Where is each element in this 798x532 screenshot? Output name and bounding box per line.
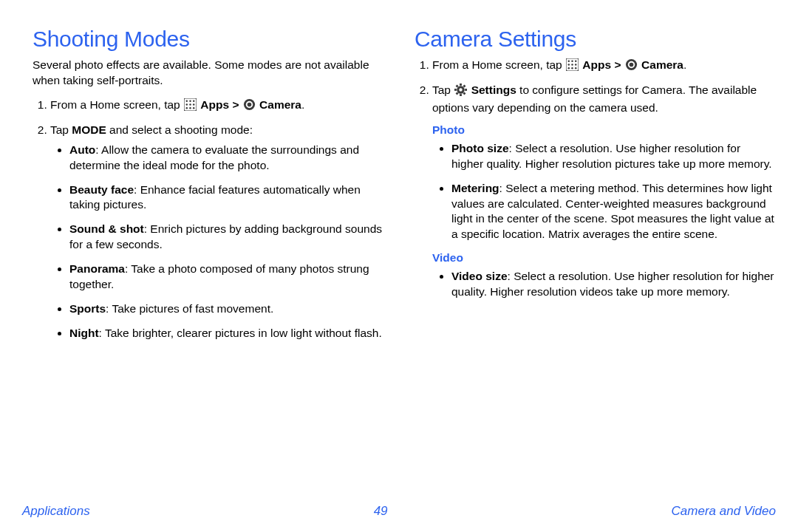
footer-page-number: 49 — [374, 504, 388, 519]
svg-point-1 — [186, 100, 188, 101]
svg-point-7 — [186, 107, 188, 109]
video-sublabel: Video — [432, 251, 774, 265]
svg-point-15 — [571, 61, 573, 62]
svg-point-25 — [629, 63, 633, 67]
left-step-1: From a Home screen, tap Apps > Camera. — [50, 98, 392, 115]
mode-item: Beauty face: Enhance facial features aut… — [69, 183, 392, 214]
svg-point-35 — [460, 88, 463, 91]
page-footer: Applications 49 Camera and Video — [0, 504, 798, 532]
left-column: Shooting Modes Several photo effects are… — [33, 27, 392, 495]
mode-item: Night: Take brighter, clearer pictures i… — [69, 326, 392, 341]
photo-sublabel: Photo — [432, 123, 774, 137]
svg-point-16 — [575, 61, 576, 62]
intro-text: Several photo effects are available. Som… — [33, 58, 392, 89]
svg-point-22 — [575, 67, 576, 69]
svg-point-12 — [247, 103, 251, 107]
svg-point-6 — [193, 103, 194, 105]
heading-camera-settings: Camera Settings — [415, 27, 774, 52]
apps-grid-icon — [184, 98, 197, 115]
mode-item: Sound & shot: Enrich pictures by adding … — [69, 222, 392, 253]
mode-item: Auto: Allow the camera to evaluate the s… — [69, 143, 392, 174]
svg-point-14 — [568, 61, 570, 62]
right-step-1: From a Home screen, tap Apps > Camera. — [432, 58, 774, 75]
apps-grid-icon — [566, 58, 579, 75]
svg-point-2 — [189, 100, 191, 101]
svg-rect-29 — [454, 89, 457, 91]
right-steps: From a Home screen, tap Apps > Camera. T… — [415, 58, 774, 116]
camera-icon — [243, 98, 256, 115]
photo-item: Photo size: Select a resolution. Use hig… — [451, 141, 774, 172]
svg-point-17 — [568, 64, 570, 65]
left-steps: From a Home screen, tap Apps > Camera. T… — [33, 98, 392, 341]
video-item: Video size: Select a resolution. Use hig… — [451, 269, 774, 300]
right-column: Camera Settings From a Home screen, tap … — [415, 27, 774, 495]
svg-rect-27 — [460, 83, 462, 86]
svg-point-20 — [568, 67, 570, 69]
left-step-2: Tap MODE and select a shooting mode: Aut… — [50, 123, 392, 341]
svg-point-19 — [575, 64, 576, 65]
page-body: Shooting Modes Several photo effects are… — [0, 0, 798, 495]
camera-icon — [625, 58, 638, 75]
mode-item: Panorama: Take a photo composed of many … — [69, 262, 392, 293]
svg-point-4 — [186, 103, 188, 105]
svg-rect-30 — [465, 89, 467, 91]
svg-point-18 — [571, 64, 573, 65]
svg-point-3 — [193, 100, 194, 101]
footer-left: Applications — [22, 504, 90, 519]
svg-point-5 — [189, 103, 191, 105]
photo-item: Metering: Select a metering method. This… — [451, 181, 774, 243]
video-list: Video size: Select a resolution. Use hig… — [432, 269, 774, 300]
right-step-2: Tap Settings to configure settings for C… — [432, 83, 774, 116]
modes-list: Auto: Allow the camera to evaluate the s… — [50, 143, 392, 341]
gear-icon — [454, 83, 467, 100]
svg-point-9 — [193, 107, 194, 109]
svg-rect-28 — [460, 94, 462, 96]
svg-point-8 — [189, 107, 191, 109]
footer-right: Camera and Video — [672, 504, 776, 519]
heading-shooting-modes: Shooting Modes — [33, 27, 392, 52]
svg-point-21 — [571, 67, 573, 69]
mode-item: Sports: Take pictures of fast movement. — [69, 301, 392, 317]
photo-list: Photo size: Select a resolution. Use hig… — [432, 141, 774, 243]
